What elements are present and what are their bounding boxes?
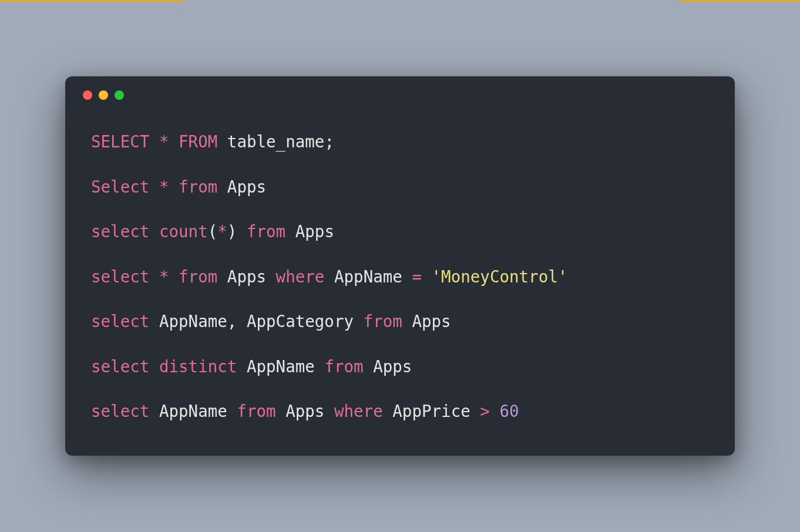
code-token (422, 267, 432, 286)
code-token (149, 177, 159, 196)
code-token: Select (91, 177, 149, 196)
code-token: AppPrice (383, 402, 480, 420)
code-token: 60 (499, 402, 519, 420)
code-token: > (480, 402, 490, 420)
code-token: ( (208, 222, 218, 241)
code-token: select (91, 267, 149, 286)
code-token: select (91, 222, 149, 241)
code-line: select AppName, AppCategory from Apps (91, 310, 709, 333)
code-token: AppName (237, 357, 324, 376)
code-token: Apps (364, 357, 412, 376)
code-token: where (334, 402, 383, 420)
code-line: SELECT * FROM table_name; (91, 130, 709, 153)
code-token: 'MoneyControl' (432, 267, 568, 286)
code-token: * (159, 177, 169, 196)
minimize-icon[interactable] (99, 90, 108, 100)
code-token: * (217, 222, 227, 241)
code-line: select AppName from Apps where AppPrice … (91, 400, 709, 423)
code-token: count (159, 222, 208, 241)
code-window: SELECT * FROM table_name;Select * from A… (65, 76, 735, 456)
code-token (149, 267, 159, 286)
code-token: select (91, 357, 149, 376)
code-token: distinct (159, 357, 237, 376)
code-token: Apps (217, 177, 266, 196)
code-token (169, 132, 179, 151)
code-token: ) (227, 222, 247, 241)
code-token: * (159, 267, 169, 286)
code-token: from (324, 357, 363, 376)
code-line: Select * from Apps (91, 176, 709, 198)
code-token: FROM (179, 132, 217, 151)
code-token: from (237, 402, 275, 420)
code-content: SELECT * FROM table_name;Select * from A… (91, 130, 709, 423)
code-token: from (179, 177, 217, 196)
code-token (169, 267, 179, 286)
code-token: Apps (217, 267, 275, 286)
code-token: table_name; (217, 132, 334, 151)
code-token: select (91, 312, 149, 331)
code-token (149, 357, 159, 376)
maximize-icon[interactable] (115, 90, 124, 100)
code-line: select count(*) from Apps (91, 220, 709, 243)
code-token: Apps (276, 402, 334, 420)
code-token: where (276, 267, 325, 286)
code-token: Apps (402, 312, 451, 331)
code-token: from (364, 312, 402, 331)
code-token: * (159, 132, 169, 151)
code-token (490, 402, 500, 420)
code-line: select distinct AppName from Apps (91, 355, 709, 378)
code-token (169, 177, 179, 196)
code-token: AppName (149, 402, 237, 420)
code-token: = (412, 267, 422, 286)
code-token: AppName (324, 267, 412, 286)
code-token: Apps (285, 222, 334, 241)
code-token: AppName, AppCategory (149, 312, 363, 331)
close-icon[interactable] (83, 90, 92, 100)
code-token: from (247, 222, 285, 241)
top-accent-bar (0, 0, 800, 2)
code-token: select (91, 402, 149, 420)
code-token (149, 132, 159, 151)
code-token (149, 222, 159, 241)
window-controls (83, 90, 709, 100)
code-token: SELECT (91, 132, 149, 151)
code-line: select * from Apps where AppName = 'Mone… (91, 265, 709, 288)
code-token: from (179, 267, 217, 286)
